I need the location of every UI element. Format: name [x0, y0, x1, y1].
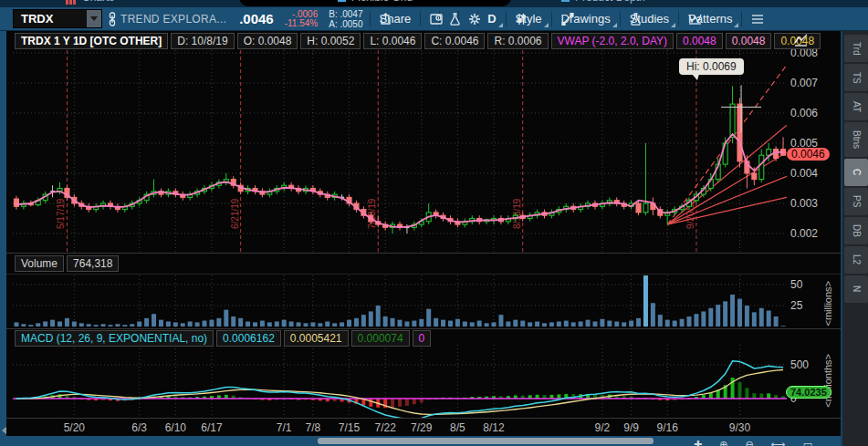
drawings-button[interactable]: Drawings	[553, 7, 619, 30]
expand-chart-icon[interactable]	[793, 34, 810, 47]
vwap-line[interactable]	[16, 134, 783, 227]
volume-bar	[600, 319, 604, 327]
volume-bar	[173, 322, 178, 327]
volume-bar	[579, 321, 583, 327]
volume-bar	[607, 321, 612, 327]
volume-bar	[28, 325, 33, 327]
menu-button[interactable]	[743, 7, 759, 30]
volume-bar	[260, 321, 265, 327]
sidebar-tab-trd[interactable]: Trd	[844, 35, 868, 62]
sidebar-tab-btns[interactable]: Btns	[844, 122, 868, 157]
x-axis-label: 7/22	[374, 421, 395, 434]
vwap-study-label[interactable]: VWAP (-2.0, 2.0, DAY)	[551, 33, 674, 49]
macd-value-badge: 74.0235	[786, 386, 831, 399]
macd-histogram-bar	[369, 399, 372, 407]
price-chart-canvas[interactable]: 5/17/196/21/197/19/198/16/199/20/19	[13, 50, 787, 253]
macd-unit-label: <millionths>	[822, 354, 833, 408]
tab-product-depth-label: Product Depth	[575, 0, 645, 4]
volume-bar	[759, 308, 764, 327]
volume-bar	[412, 321, 416, 327]
pane-divider[interactable]	[0, 253, 841, 254]
sidebar-tab-ps[interactable]: PS	[844, 188, 868, 215]
current-price-bubble: 0.0046	[787, 148, 830, 161]
studies-flask-icon	[630, 13, 642, 26]
sidebar-tab-l2[interactable]: L2	[844, 246, 868, 274]
sidebar-tab-ts[interactable]: TS	[844, 64, 868, 91]
volume-bar	[137, 321, 141, 327]
chart-title[interactable]: TRDX 1 Y 1D [OTC OTHER]	[15, 33, 168, 49]
candle-body	[730, 104, 735, 137]
volume-bar	[614, 321, 619, 327]
volume-bar	[14, 322, 18, 327]
ohlc-cell-2: H: 0.0052	[300, 33, 361, 49]
bottom-toolbar-icons[interactable]: ✚ ⊕ ⊖ ⟷ ▭ ☰	[694, 439, 841, 446]
pane-divider[interactable]	[0, 328, 841, 329]
volume-bar	[246, 321, 250, 327]
macd-histogram-bar	[737, 382, 741, 399]
ohlc-cell-1: O: 0.0048	[237, 33, 298, 49]
tab-flexible-grid[interactable]: Flexible Grid	[239, 0, 511, 6]
volume-bar	[216, 318, 221, 327]
ohlc-cell-4: C: 0.0046	[424, 33, 485, 49]
symbol-value: TRDX	[14, 12, 87, 26]
volume-header-divider	[0, 274, 841, 275]
volume-bar	[542, 323, 547, 327]
calendar-note-icon	[430, 13, 444, 26]
symbol-input[interactable]: TRDX	[13, 9, 102, 28]
macd-chart-canvas[interactable]	[13, 345, 787, 418]
volume-chart-canvas[interactable]	[13, 275, 787, 327]
volume-axis-label: 25	[790, 299, 802, 312]
tab-charts[interactable]: Charts	[66, 0, 114, 6]
volume-bar	[651, 303, 655, 327]
volume-value: 764,318	[67, 255, 119, 272]
timeframe-button[interactable]: D	[479, 7, 504, 30]
left-gutter	[0, 30, 6, 446]
patterns-button[interactable]: Patterns	[680, 7, 740, 30]
tab-product-depth[interactable]: Product Depth	[561, 0, 645, 6]
volume-bar	[101, 324, 106, 327]
volume-bar	[166, 321, 171, 327]
x-axis-label: 9/16	[657, 421, 678, 434]
ask-value: A: .0050	[329, 19, 362, 29]
link-icon[interactable]	[102, 7, 113, 30]
product-depth-icon	[561, 0, 570, 2]
events-button[interactable]	[422, 7, 438, 30]
volume-bar	[231, 316, 235, 327]
volume-bar	[354, 318, 359, 327]
sidebar-tab-db[interactable]: DB	[844, 217, 868, 244]
studies-button[interactable]: Studies	[622, 7, 677, 30]
volume-bar	[419, 319, 424, 327]
horizontal-scrollbar[interactable]	[318, 438, 654, 444]
top-tab-strip: Charts Flexible Grid Product Depth	[0, 0, 868, 7]
sidebar-tab-n[interactable]: N	[844, 275, 868, 303]
volume-bar	[188, 321, 193, 327]
tab-charts-label: Charts	[82, 0, 114, 4]
volume-bar	[347, 320, 351, 327]
volume-bar	[498, 315, 503, 327]
volume-bar	[391, 318, 395, 327]
macd-histogram-bar	[398, 399, 402, 407]
settings-button[interactable]	[460, 7, 476, 30]
volume-bar	[730, 295, 735, 327]
sidebar-tab-c[interactable]: C	[844, 159, 868, 186]
share-button[interactable]: Share	[371, 7, 420, 30]
volume-label[interactable]: Volume	[15, 255, 64, 272]
price-axis-label: 0.004	[790, 167, 818, 180]
volume-bar	[50, 320, 55, 327]
price-change: -.0006 -11.54%	[279, 10, 324, 28]
sidebar-tab-at[interactable]: AT	[844, 93, 868, 120]
symbol-dropdown-button[interactable]	[87, 10, 101, 27]
volume-bar	[680, 319, 685, 327]
volume-bar	[224, 310, 228, 327]
volume-bar	[318, 323, 322, 327]
volume-bar	[310, 322, 315, 327]
volume-bar	[130, 324, 134, 327]
volume-bar	[275, 321, 279, 327]
macd-study-label[interactable]: MACD (12, 26, 9, EXPONENTIAL, no)	[15, 330, 214, 347]
volume-bar	[267, 322, 272, 327]
axis-divider	[0, 418, 841, 419]
style-button[interactable]: Style	[507, 7, 550, 30]
volume-bar	[303, 323, 308, 327]
share-icon	[380, 13, 393, 26]
pane-collapse-arrow[interactable]	[2, 427, 6, 434]
